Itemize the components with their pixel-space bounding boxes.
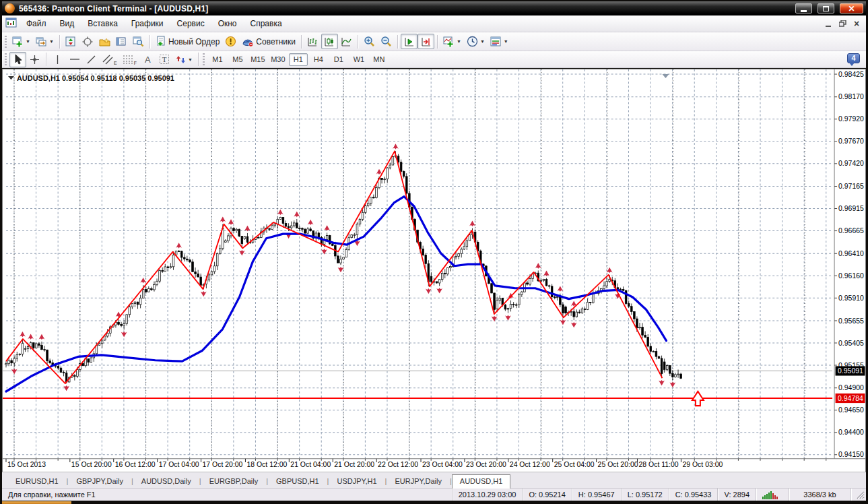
timeframe-buttons: M1M5M15M30H1H4D1W1MN: [207, 53, 389, 66]
svg-text:0.96160: 0.96160: [838, 272, 864, 280]
bottom-indicator-strip: [2, 501, 71, 504]
svg-text:23 Oct 20:00: 23 Oct 20:00: [466, 460, 506, 468]
menu-item-графики[interactable]: Графики: [125, 16, 170, 31]
resize-grip[interactable]: [851, 489, 866, 501]
menu-item-вид[interactable]: Вид: [53, 16, 81, 31]
chart-tab-audusd-h1[interactable]: AUDUSD,H1: [452, 474, 511, 489]
chart-tab-usdjpy-h1[interactable]: USDJPY,H1: [329, 474, 385, 488]
maximize-button[interactable]: [817, 3, 834, 13]
chart-tab-audusd-daily[interactable]: AUDUSD,Daily: [133, 474, 199, 488]
timeframe-button-m30[interactable]: M30: [269, 53, 288, 66]
text-label-tool-button[interactable]: T: [156, 52, 173, 67]
toolbar-standard: ▼ ▼ Новый Ордер Сов: [2, 32, 866, 51]
channel-e-subscript: E: [114, 61, 117, 65]
equidistant-channel-tool-button[interactable]: E: [100, 52, 120, 67]
navigator-button[interactable]: [79, 34, 96, 49]
market-watch-button[interactable]: [63, 34, 79, 49]
menu-item-окно[interactable]: Окно: [211, 16, 244, 31]
dropdown-arrow-icon: ▼: [480, 39, 485, 44]
svg-text:15 Oct 20:00: 15 Oct 20:00: [71, 460, 112, 468]
svg-text:0.94784: 0.94784: [838, 394, 863, 402]
svg-text:0.94150: 0.94150: [838, 450, 864, 458]
timeframe-button-h4[interactable]: H4: [309, 53, 328, 66]
mdi-minimize-button[interactable]: [822, 18, 834, 29]
line-chart-type-button[interactable]: [338, 34, 355, 49]
chart-window[interactable]: 0.984250.981700.979200.976700.974200.971…: [2, 69, 866, 472]
chart-tab-gbpusd-h1[interactable]: GBPUSD,H1: [268, 474, 327, 488]
window-title: 565436: Panteon Client Terminal - [AUDUS…: [19, 4, 209, 13]
trendline-tool-button[interactable]: [83, 52, 100, 67]
svg-text:21 Oct 20:00: 21 Oct 20:00: [334, 460, 374, 468]
close-button[interactable]: ✕: [840, 3, 863, 13]
new-order-button[interactable]: Новый Ордер: [153, 34, 222, 49]
terminal-button[interactable]: [113, 34, 130, 49]
alert-button[interactable]: [222, 34, 239, 49]
vertical-line-tool-button[interactable]: [49, 52, 66, 67]
svg-text:0.94400: 0.94400: [838, 428, 864, 436]
timeframe-button-h1[interactable]: H1: [289, 53, 308, 66]
svg-text:25 Oct 20:00: 25 Oct 20:00: [598, 460, 638, 468]
zoom-out-button[interactable]: [378, 34, 395, 49]
svg-text:0.96665: 0.96665: [838, 226, 864, 234]
templates-button[interactable]: ▼: [488, 34, 511, 49]
chart-tab-eurusd-h1[interactable]: EURUSD,H1: [7, 474, 67, 488]
chart-tab-gbpjpy-daily[interactable]: GBPJPY,Daily: [68, 474, 131, 488]
timeframe-button-w1[interactable]: W1: [349, 53, 368, 66]
minimize-button[interactable]: [795, 3, 812, 13]
toolbar-separator: [397, 35, 398, 49]
favorites-button[interactable]: [96, 34, 113, 49]
candlestick-type-button[interactable]: [321, 34, 338, 49]
horizontal-line-tool-button[interactable]: [66, 52, 83, 67]
chart-tab-eurgbp-daily[interactable]: EURGBP,Daily: [201, 474, 267, 488]
menu-item-файл[interactable]: Файл: [20, 16, 53, 31]
svg-text:24 Oct 12:00: 24 Oct 12:00: [510, 460, 550, 468]
menu-item-сервис[interactable]: Сервис: [170, 16, 211, 31]
svg-text:18 Oct 12:00: 18 Oct 12:00: [246, 460, 287, 468]
window-bottom-edge: [2, 501, 866, 504]
svg-text:0.95091: 0.95091: [838, 367, 863, 375]
toolbar-separator: [198, 53, 199, 66]
status-segment-5: V: 2894: [718, 489, 756, 501]
toolbar-separator: [358, 35, 358, 49]
svg-text:17 Oct 20:00: 17 Oct 20:00: [203, 460, 243, 468]
timeframe-button-d1[interactable]: D1: [329, 53, 348, 66]
mdi-close-button[interactable]: ×: [850, 18, 863, 29]
timeframe-button-m5[interactable]: M5: [228, 53, 247, 66]
toolbar-grip[interactable]: [5, 53, 7, 65]
tester-button[interactable]: [130, 34, 147, 49]
timeframe-button-m1[interactable]: M1: [208, 53, 227, 66]
indicators-button[interactable]: ▼: [440, 34, 464, 49]
svg-text:0.96410: 0.96410: [838, 249, 864, 257]
arrows-tool-button[interactable]: ▼: [173, 52, 195, 67]
zoom-in-button[interactable]: [361, 34, 378, 49]
svg-text:0.97165: 0.97165: [838, 182, 864, 190]
periods-button[interactable]: ▼: [464, 34, 488, 49]
timeframe-button-mn[interactable]: MN: [370, 53, 389, 66]
mailbox-button[interactable]: 4: [847, 53, 862, 66]
new-chart-button[interactable]: ▼: [9, 34, 33, 49]
dropdown-arrow-icon: ▼: [457, 39, 461, 44]
chart-mdi-icon[interactable]: [5, 18, 17, 30]
crosshair-tool-button[interactable]: [26, 52, 43, 67]
bar-chart-type-button[interactable]: [304, 34, 321, 49]
text-tool-button[interactable]: A: [139, 52, 156, 67]
toolbar-grip[interactable]: [5, 36, 7, 48]
experts-button[interactable]: Советники: [239, 34, 298, 49]
mdi-restore-button[interactable]: [836, 18, 848, 29]
fibonacci-tool-button[interactable]: F: [120, 52, 139, 67]
profiles-button[interactable]: ▼: [33, 34, 57, 49]
menu-item-вставка[interactable]: Вставка: [81, 16, 125, 31]
chart-tab-eurjpy-daily[interactable]: EURJPY,Daily: [387, 474, 450, 488]
chart-canvas[interactable]: 0.984250.981700.979200.976700.974200.971…: [3, 69, 865, 472]
dropdown-arrow-icon: ▼: [26, 39, 30, 44]
chart-shift-button[interactable]: [418, 34, 434, 49]
svg-text:29 Oct 03:00: 29 Oct 03:00: [682, 460, 723, 468]
toolbar-grip[interactable]: [203, 53, 205, 65]
auto-scroll-button[interactable]: [401, 34, 418, 49]
cursor-tool-button[interactable]: [9, 52, 26, 67]
toolbar-separator: [46, 53, 46, 66]
fibo-f-subscript: F: [134, 61, 137, 65]
menu-item-справка[interactable]: Справка: [244, 16, 289, 31]
toolbar-separator: [149, 35, 150, 49]
timeframe-button-m15[interactable]: M15: [248, 53, 267, 66]
